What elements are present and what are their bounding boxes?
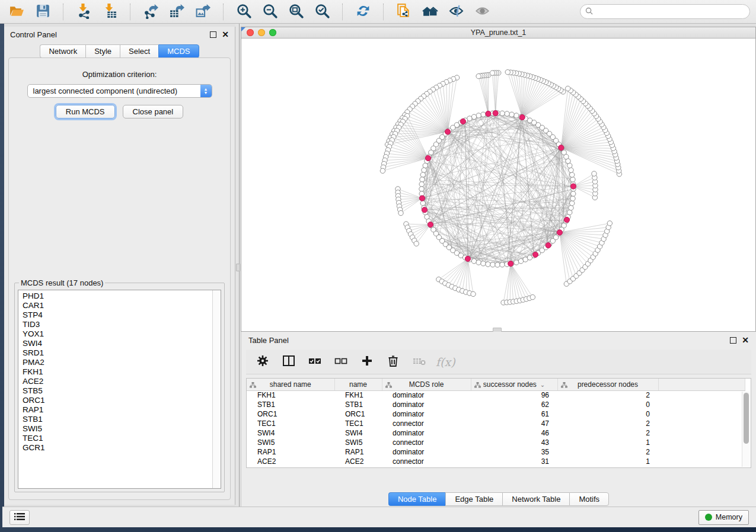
network-node[interactable] — [481, 112, 486, 117]
table-cell[interactable]: 2 — [557, 428, 658, 438]
add-column-button[interactable] — [358, 352, 377, 371]
table-cell[interactable]: 1 — [557, 466, 658, 468]
close-panel-icon[interactable]: ✕ — [742, 337, 749, 344]
table-cell[interactable]: ORC1 — [334, 409, 382, 419]
tab-network-table[interactable]: Network Table — [502, 492, 569, 506]
zoom-fit-button[interactable] — [285, 2, 307, 21]
table-cell[interactable]: SWI5 — [247, 438, 334, 447]
table-cell[interactable]: ACE2 — [247, 457, 334, 466]
table-cell[interactable]: 31 — [471, 457, 557, 466]
network-graph[interactable] — [241, 39, 755, 331]
network-node[interactable] — [566, 86, 570, 91]
network-node[interactable] — [490, 262, 495, 267]
network-node[interactable] — [514, 113, 519, 118]
network-hub-node[interactable] — [445, 129, 450, 134]
tab-node-table[interactable]: Node Table — [388, 492, 446, 506]
network-node[interactable] — [569, 168, 573, 172]
export-table-button[interactable] — [166, 2, 187, 21]
mcds-result-item[interactable]: GCR1 — [23, 443, 212, 453]
tab-edge-table[interactable]: Edge Table — [445, 492, 502, 506]
network-hub-node[interactable] — [532, 252, 538, 257]
zoom-selected-button[interactable] — [311, 2, 333, 21]
table-row[interactable]: SWI5SWI5connector431 — [247, 438, 745, 447]
network-hub-node[interactable] — [428, 222, 433, 227]
network-node[interactable] — [471, 259, 476, 264]
table-row[interactable]: SWI4SWI4dominator462 — [247, 428, 745, 438]
network-node[interactable] — [570, 177, 575, 182]
table-cell[interactable]: dominator — [382, 400, 471, 409]
table-row[interactable]: FKH1FKH1dominator962 — [247, 390, 745, 400]
network-node[interactable] — [420, 177, 425, 182]
mcds-result-item[interactable]: STB5 — [23, 386, 212, 396]
table-cell[interactable]: 2 — [557, 419, 658, 428]
gear-button[interactable] — [253, 352, 272, 371]
mcds-result-item[interactable]: RAP1 — [23, 405, 212, 415]
network-node[interactable] — [495, 262, 500, 267]
tab-mcds[interactable]: MCDS — [158, 44, 199, 58]
table-cell[interactable]: connector — [382, 419, 471, 428]
mcds-result-item[interactable]: SWI5 — [23, 424, 212, 434]
table-cell[interactable]: 0 — [557, 409, 658, 419]
mcds-result-item[interactable]: PHD1 — [23, 291, 212, 301]
network-hub-node[interactable] — [559, 145, 564, 150]
network-node[interactable] — [514, 260, 519, 265]
table-cell[interactable]: TEC1 — [334, 419, 382, 428]
mcds-result-scrollbar[interactable] — [212, 290, 221, 488]
table-cell[interactable]: connector — [382, 466, 471, 468]
run-mcds-button[interactable]: Run MCDS — [56, 105, 115, 118]
table-cell[interactable] — [658, 466, 745, 468]
tab-motifs[interactable]: Motifs — [569, 492, 609, 506]
table-cell[interactable]: STB1 — [247, 400, 334, 409]
network-node[interactable] — [414, 241, 419, 246]
table-cell[interactable]: YOX1 — [334, 466, 382, 468]
network-titlebar[interactable]: YPA_prune.txt_1 — [241, 27, 755, 39]
export-image-button[interactable] — [192, 2, 213, 21]
network-node[interactable] — [571, 191, 576, 196]
network-node[interactable] — [471, 291, 476, 296]
houses-button[interactable] — [419, 2, 441, 21]
network-hub-node[interactable] — [564, 217, 569, 222]
memory-button[interactable]: Memory — [698, 510, 749, 525]
network-node[interactable] — [423, 163, 428, 168]
network-node[interactable] — [398, 210, 403, 215]
table-cell[interactable]: 96 — [471, 390, 557, 400]
hide-button[interactable] — [445, 2, 467, 21]
function-icon[interactable]: f(x) — [436, 355, 455, 368]
table-cell[interactable]: connector — [382, 438, 471, 447]
table-cell[interactable]: 29 — [471, 466, 557, 468]
save-button[interactable] — [32, 2, 53, 21]
table-cell[interactable]: 1 — [557, 457, 658, 466]
table-row[interactable]: RAP1RAP1dominator352 — [247, 447, 745, 457]
table-cell[interactable]: RAP1 — [247, 447, 334, 457]
task-history-button[interactable] — [9, 510, 30, 525]
splitter-grip[interactable] — [236, 264, 240, 271]
table-cell[interactable]: 35 — [471, 447, 557, 457]
select-all-button[interactable] — [305, 352, 324, 371]
network-hub-node[interactable] — [519, 114, 525, 120]
export-network-button[interactable] — [140, 2, 161, 21]
network-node[interactable] — [570, 196, 575, 201]
column-header-shared-name[interactable]: shared name — [247, 379, 334, 390]
table-scrollbar[interactable] — [742, 392, 750, 467]
column-header-successor-nodes[interactable]: successor nodes⌄ — [471, 379, 557, 390]
mcds-result-item[interactable]: ACE2 — [23, 377, 212, 386]
deselect-all-button[interactable] — [331, 352, 350, 371]
table-cell[interactable] — [658, 409, 745, 419]
table-row[interactable]: TEC1TEC1connector472 — [247, 419, 745, 428]
network-node[interactable] — [422, 168, 426, 172]
column-header-name[interactable]: name — [334, 379, 382, 390]
mcds-result-item[interactable]: PMA2 — [23, 358, 212, 367]
network-node[interactable] — [481, 261, 486, 266]
column-header-predecessor-nodes[interactable]: predecessor nodes — [557, 379, 658, 390]
network-node[interactable] — [509, 112, 514, 117]
network-hub-node[interactable] — [460, 118, 465, 124]
delete-button[interactable] — [384, 352, 403, 371]
table-cell[interactable]: dominator — [382, 409, 471, 419]
table-cell[interactable]: 2 — [557, 447, 658, 457]
table-cell[interactable] — [658, 457, 745, 466]
network-hub-node[interactable] — [508, 261, 513, 266]
column-header-MCDS-role[interactable]: MCDS role — [382, 379, 471, 390]
network-hub-node[interactable] — [570, 184, 576, 189]
close-panel-icon[interactable]: ✕ — [222, 31, 229, 38]
network-node[interactable] — [570, 172, 575, 177]
